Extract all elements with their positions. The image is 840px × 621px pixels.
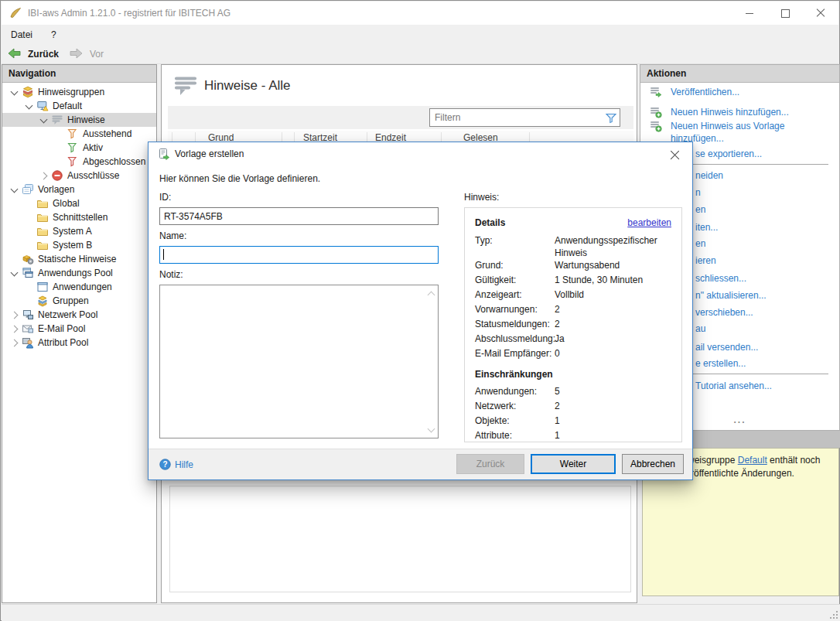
text-caret: [163, 249, 164, 260]
layers-icon: [36, 295, 49, 307]
action-clipped[interactable]: iten...: [695, 220, 718, 234]
sidebar-item-anwendungen[interactable]: Anwendungen: [2, 280, 156, 294]
chevron-down-icon[interactable]: [8, 266, 22, 280]
sidebar-item-vorlagen[interactable]: Vorlagen: [2, 183, 156, 196]
sidebar-item-ausschluesse[interactable]: Ausschlüsse: [2, 169, 156, 183]
action-clipped[interactable]: verschieben...: [695, 305, 753, 319]
name-field[interactable]: [159, 246, 439, 264]
screen-warning-icon: [36, 100, 49, 112]
action-clipped[interactable]: n: [695, 186, 701, 200]
funnel-green-icon: [67, 142, 79, 154]
abbrechen-button[interactable]: Abbrechen: [622, 454, 684, 474]
filter-bar: [168, 106, 633, 129]
bearbeiten-link[interactable]: bearbeiten: [627, 217, 671, 228]
sidebar-item-schnittstellen[interactable]: Schnittstellen: [2, 210, 156, 224]
sidebar-item-hinweise[interactable]: Hinweise: [2, 113, 156, 127]
chevron-down-icon[interactable]: [37, 113, 51, 127]
action-clipped[interactable]: au: [695, 322, 705, 336]
scroll-up-icon[interactable]: [428, 290, 435, 297]
menu-datei[interactable]: Datei: [2, 26, 42, 43]
sidebar-item-aktiv[interactable]: Aktiv: [2, 141, 156, 155]
default-link[interactable]: Default: [738, 455, 767, 466]
templates-icon: [22, 183, 34, 196]
title-bar: IBI-aws Admin 1.21.0 - registriert für I…: [2, 2, 838, 25]
sidebar-item-anwendungs-pool[interactable]: Anwendungs Pool: [2, 266, 156, 280]
chevron-right-icon[interactable]: [37, 169, 51, 183]
action-clipped[interactable]: ail versenden...: [695, 340, 758, 354]
folder-icon: [36, 211, 49, 223]
notes-large-icon: [173, 75, 198, 99]
sidebar-item-default[interactable]: Default: [2, 99, 156, 113]
action-veroeffentlichen[interactable]: Veröffentlichen...: [650, 86, 739, 98]
resize-grip-icon[interactable]: [828, 609, 838, 619]
windows-stack-icon: [22, 267, 34, 279]
folder-icon: [36, 239, 49, 251]
action-clipped[interactable]: en: [695, 203, 705, 217]
forward-button: Vor: [63, 46, 108, 62]
maximize-button[interactable]: [767, 2, 803, 25]
id-label: ID:: [159, 192, 171, 203]
dialog-close-button[interactable]: [663, 145, 686, 164]
weiter-button[interactable]: Weiter: [531, 454, 616, 474]
funnel-orange-icon: [67, 128, 79, 140]
back-button[interactable]: Zurück: [2, 46, 63, 62]
scroll-down-icon[interactable]: [428, 426, 435, 433]
chevron-down-icon[interactable]: [8, 85, 22, 99]
group-stack-icon: [22, 86, 34, 98]
menu-help[interactable]: ?: [42, 26, 66, 43]
chevron-right-icon[interactable]: [8, 322, 22, 336]
sidebar-item-global[interactable]: Global: [2, 196, 156, 210]
help-icon: ?: [159, 459, 171, 470]
menu-bar: Datei ?: [2, 25, 838, 44]
sidebar-item-system-b[interactable]: System B: [2, 238, 156, 252]
sidebar-item-gruppen[interactable]: Gruppen: [2, 294, 156, 308]
network-icon: [22, 309, 34, 321]
details-header: Details: [475, 217, 505, 228]
chevron-right-icon[interactable]: [8, 308, 22, 322]
action-clipped[interactable]: n" aktualisieren...: [695, 288, 767, 302]
action-clipped[interactable]: schliessen...: [695, 271, 746, 285]
navigation-panel: Navigation Hinweisgruppen Default Hinwei…: [2, 64, 157, 603]
action-clipped[interactable]: se exportieren...: [695, 147, 762, 161]
sidebar-item-system-a[interactable]: System A: [2, 224, 156, 238]
chevron-down-icon[interactable]: [8, 183, 22, 196]
sidebar-item-abgeschlossen[interactable]: Abgeschlossen: [2, 155, 156, 169]
name-label: Name:: [159, 230, 186, 241]
folder-icon: [36, 225, 49, 237]
vorlage-erstellen-dialog: Vorlage erstellen Hier können Sie die Vo…: [148, 142, 693, 480]
window-icon: [36, 281, 49, 293]
sidebar-item-ausstehend[interactable]: Ausstehend: [2, 127, 156, 141]
sidebar-item-email-pool[interactable]: E-Mail Pool: [2, 322, 156, 336]
filter-funnel-icon[interactable]: [605, 112, 617, 125]
status-bar: [2, 604, 840, 621]
help-link[interactable]: ? Hilfe: [159, 459, 193, 470]
minimize-button[interactable]: [732, 2, 767, 25]
sidebar-item-statische-hinweise[interactable]: Statische Hinweise: [2, 252, 156, 266]
filter-input[interactable]: [429, 108, 620, 127]
close-icon: [670, 150, 680, 160]
chevron-spacer: [22, 280, 36, 294]
chevron-down-icon[interactable]: [22, 99, 36, 113]
sidebar-item-netzwerk-pool[interactable]: Netzwerk Pool: [2, 308, 156, 322]
window-title: IBI-aws Admin 1.21.0 - registriert für I…: [28, 8, 230, 19]
id-field[interactable]: [159, 207, 439, 225]
envelope-icon: [22, 322, 34, 335]
sidebar-item-attribut-pool[interactable]: Attribut Pool: [2, 336, 156, 350]
dialog-title-bar: Vorlage erstellen: [149, 142, 692, 165]
notes-icon: [51, 114, 63, 126]
arrow-right-icon: [70, 48, 82, 60]
action-neuen-hinweis[interactable]: Neuen Hinweis hinzufügen...: [650, 106, 789, 118]
notiz-field[interactable]: [159, 285, 439, 438]
action-clipped[interactable]: e erstellen...: [695, 357, 746, 370]
action-clipped[interactable]: ieren: [695, 254, 716, 268]
action-clipped[interactable]: neiden: [695, 169, 723, 183]
action-tutorial-ansehen[interactable]: Tutorial ansehen...: [695, 379, 772, 393]
chevron-right-icon[interactable]: [8, 336, 22, 350]
add-note-icon: [650, 120, 662, 132]
close-button[interactable]: [803, 2, 838, 25]
sidebar-item-hinweisgruppen[interactable]: Hinweisgruppen: [2, 85, 156, 99]
action-clipped[interactable]: en: [695, 237, 705, 251]
app-window: IBI-aws Admin 1.21.0 - registriert für I…: [0, 0, 840, 621]
page-title: Hinweise - Alle: [204, 78, 291, 94]
chevron-spacer: [22, 196, 36, 210]
